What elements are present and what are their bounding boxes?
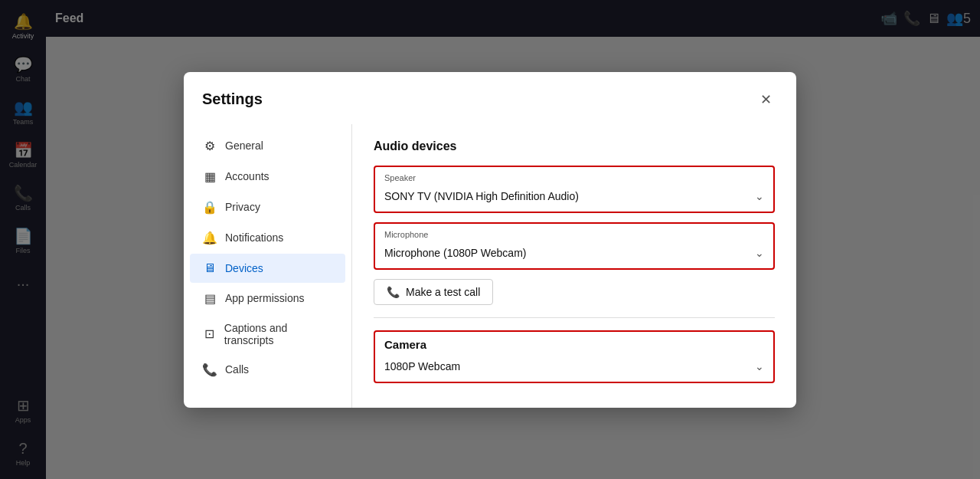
speaker-group: Speaker SONY TV (NVIDIA High Definition … bbox=[374, 166, 775, 213]
nav-item-notifications[interactable]: 🔔 Notifications bbox=[190, 223, 345, 253]
modal-body: ⚙ General ▦ Accounts 🔒 Privacy 🔔 Notific… bbox=[184, 124, 796, 408]
modal-title: Settings bbox=[202, 90, 263, 108]
nav-label-notifications: Notifications bbox=[225, 231, 283, 244]
test-call-label: Make a test call bbox=[406, 286, 480, 298]
nav-label-accounts: Accounts bbox=[225, 170, 270, 182]
nav-label-captions: Captions and transcripts bbox=[224, 322, 333, 346]
microphone-select[interactable]: Microphone (1080P Webcam) ⌄ bbox=[384, 244, 764, 262]
settings-modal: Settings ✕ ⚙ General ▦ Accounts 🔒 Privac… bbox=[184, 72, 796, 408]
speaker-chevron-icon: ⌄ bbox=[755, 190, 764, 202]
nav-label-general: General bbox=[225, 139, 263, 152]
microphone-value: Microphone (1080P Webcam) bbox=[384, 247, 526, 259]
camera-select[interactable]: 1080P Webcam ⌄ bbox=[384, 357, 764, 376]
camera-label: Camera bbox=[384, 338, 764, 351]
accounts-icon: ▦ bbox=[202, 169, 217, 184]
speaker-value: SONY TV (NVIDIA High Definition Audio) bbox=[384, 190, 579, 202]
test-call-icon: 📞 bbox=[387, 286, 400, 298]
settings-nav: ⚙ General ▦ Accounts 🔒 Privacy 🔔 Notific… bbox=[184, 124, 352, 408]
section-title: Audio devices bbox=[374, 139, 775, 153]
microphone-group: Microphone Microphone (1080P Webcam) ⌄ bbox=[374, 222, 775, 270]
privacy-icon: 🔒 bbox=[202, 200, 217, 215]
captions-icon: ⊡ bbox=[202, 326, 217, 341]
nav-item-general[interactable]: ⚙ General bbox=[190, 131, 345, 161]
devices-icon: 🖥 bbox=[202, 261, 217, 275]
speaker-label: Speaker bbox=[384, 173, 764, 182]
camera-value: 1080P Webcam bbox=[384, 360, 460, 372]
nav-label-calls: Calls bbox=[225, 363, 249, 376]
microphone-label: Microphone bbox=[384, 230, 764, 239]
nav-label-app-permissions: App permissions bbox=[225, 292, 305, 304]
app-permissions-icon: ▤ bbox=[202, 291, 217, 306]
nav-item-devices[interactable]: 🖥 Devices bbox=[190, 254, 345, 283]
speaker-select[interactable]: SONY TV (NVIDIA High Definition Audio) ⌄ bbox=[384, 187, 764, 205]
nav-item-privacy[interactable]: 🔒 Privacy bbox=[190, 192, 345, 222]
modal-header: Settings ✕ bbox=[184, 72, 796, 124]
nav-item-captions[interactable]: ⊡ Captions and transcripts bbox=[190, 314, 345, 354]
close-button[interactable]: ✕ bbox=[753, 87, 778, 112]
general-icon: ⚙ bbox=[202, 139, 217, 153]
nav-label-devices: Devices bbox=[225, 262, 263, 274]
notifications-icon: 🔔 bbox=[202, 231, 217, 245]
modal-overlay: Settings ✕ ⚙ General ▦ Accounts 🔒 Privac… bbox=[0, 0, 980, 479]
nav-item-calls[interactable]: 📞 Calls bbox=[190, 355, 345, 385]
camera-chevron-icon: ⌄ bbox=[755, 360, 764, 372]
settings-content: Audio devices Speaker SONY TV (NVIDIA Hi… bbox=[352, 124, 796, 408]
test-call-button[interactable]: 📞 Make a test call bbox=[374, 279, 493, 305]
microphone-chevron-icon: ⌄ bbox=[755, 247, 764, 259]
nav-label-privacy: Privacy bbox=[225, 201, 260, 213]
nav-item-accounts[interactable]: ▦ Accounts bbox=[190, 162, 345, 192]
camera-group: Camera 1080P Webcam ⌄ bbox=[374, 330, 775, 383]
divider bbox=[374, 317, 775, 318]
calls-nav-icon: 📞 bbox=[202, 363, 217, 377]
nav-item-app-permissions[interactable]: ▤ App permissions bbox=[190, 284, 345, 313]
